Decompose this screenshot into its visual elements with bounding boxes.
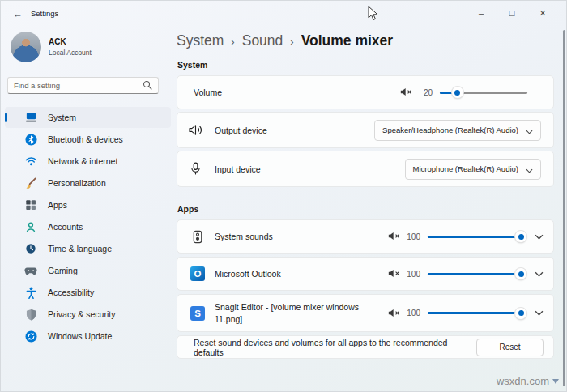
slider-fill [428, 273, 525, 275]
app-row-system-sounds: System sounds 100 [177, 219, 554, 254]
watermark-icon [552, 379, 559, 384]
volume-value: 20 [418, 88, 433, 97]
input-device-label: Input device [215, 164, 261, 174]
reset-row: Reset sound devices and volumes for all … [177, 335, 554, 359]
maximize-button[interactable]: □ [497, 4, 527, 22]
sidebar-item-accessibility[interactable]: Accessibility [5, 282, 171, 303]
time-language-icon [24, 242, 37, 255]
output-device-dropdown[interactable]: Speaker/Headphone (Realtek(R) Audio) [374, 120, 541, 141]
system-icon [24, 111, 37, 124]
section-header-apps: Apps [177, 204, 554, 214]
minimize-button[interactable]: – [466, 4, 497, 22]
sidebar-item-system[interactable]: System [5, 107, 171, 128]
app-row-snagit-editor: S Snagit Editor - [volume mixer windows … [177, 294, 554, 332]
breadcrumb: System › Sound › Volume mixer [177, 32, 554, 49]
speaker-mute-icon[interactable] [400, 85, 412, 100]
sidebar-item-bluetooth-devices[interactable]: Bluetooth & devices [5, 129, 171, 150]
volume-controls: 20 [400, 85, 544, 100]
app-volume-value: 100 [406, 270, 420, 279]
back-button[interactable]: ← [9, 6, 27, 21]
app-volume-controls: 100 [388, 266, 544, 281]
app-name: Snagit Editor - [volume mixer windows 11… [215, 301, 359, 324]
sidebar-item-apps[interactable]: Apps [5, 194, 171, 215]
slider-fill [428, 236, 525, 238]
window-controls: – □ × [466, 4, 558, 22]
sidebar-item-label: Network & internet [48, 156, 117, 166]
slider-thumb[interactable] [515, 231, 526, 242]
sidebar-item-label: Privacy & security [48, 309, 115, 319]
volume-row: Volume 20 [177, 75, 554, 109]
slider-thumb[interactable] [515, 268, 526, 279]
app-volume-slider[interactable] [428, 268, 525, 279]
account-type: Local Account [49, 49, 92, 57]
window-title: Settings [31, 9, 58, 18]
close-button[interactable]: × [527, 4, 558, 22]
breadcrumb-separator-icon: › [224, 36, 241, 48]
reset-button[interactable]: Reset [476, 339, 544, 356]
chevron-down-icon [526, 123, 533, 138]
sidebar-item-label: Accessibility [48, 288, 94, 297]
search-icon [143, 79, 152, 93]
speaker-mute-icon[interactable] [388, 266, 400, 281]
expand-row-button[interactable] [534, 234, 544, 240]
watermark-text: wsxdn.com [497, 375, 549, 387]
app-volume-controls: 100 [388, 306, 544, 321]
sidebar-item-privacy-security[interactable]: Privacy & security [5, 304, 171, 325]
sidebar-item-label: Windows Update [48, 331, 112, 341]
output-device-label: Output device [215, 126, 267, 135]
accessibility-icon [24, 286, 37, 299]
outlook-logo-icon: O [190, 266, 205, 281]
scrollbar[interactable] [563, 30, 565, 386]
sidebar-item-windows-update[interactable]: Windows Update [5, 326, 171, 347]
output-device-value: Speaker/Headphone (Realtek(R) Audio) [382, 126, 518, 134]
slider-thumb[interactable] [515, 308, 526, 319]
sidebar-item-personalization[interactable]: Personalization [5, 173, 171, 194]
sidebar-item-network-internet[interactable]: Network & internet [5, 151, 171, 172]
speaker-mute-icon[interactable] [388, 306, 400, 321]
close-icon: × [539, 6, 546, 19]
sidebar-item-label: Accounts [48, 222, 83, 232]
minimize-icon: – [479, 8, 484, 18]
breadcrumb-system[interactable]: System [177, 32, 224, 49]
sidebar-item-accounts[interactable]: Accounts [5, 216, 171, 237]
slider-fill [428, 312, 525, 314]
search-input[interactable] [14, 81, 143, 90]
speaker-icon [187, 124, 203, 136]
sidebar-item-gaming[interactable]: Gaming [5, 260, 171, 281]
app-name: Microsoft Outlook [215, 268, 281, 279]
expand-row-button[interactable] [534, 271, 544, 277]
app-volume-slider[interactable] [428, 308, 525, 319]
avatar [11, 32, 41, 62]
personalization-icon [24, 177, 37, 190]
output-device-row: Output device Speaker/Headphone (Realtek… [177, 112, 554, 148]
slider-thumb[interactable] [452, 87, 463, 98]
sidebar-item-label: System [48, 113, 76, 122]
app-volume-slider[interactable] [428, 231, 525, 242]
app-name: System sounds [215, 231, 273, 242]
sidebar: ACK Local Account System Bluetooth & dev… [1, 27, 177, 391]
page-title: Volume mixer [301, 32, 393, 49]
input-device-dropdown[interactable]: Microphone (Realtek(R) Audio) [405, 159, 541, 180]
input-device-value: Microphone (Realtek(R) Audio) [413, 164, 518, 173]
privacy-security-icon [24, 308, 37, 321]
search-box[interactable] [7, 77, 159, 94]
volume-slider[interactable] [440, 87, 527, 98]
app-volume-value: 100 [406, 232, 420, 241]
input-device-row: Input device Microphone (Realtek(R) Audi… [177, 151, 554, 187]
windows-update-icon [24, 330, 37, 343]
sidebar-nav: System Bluetooth & devices Network & int… [5, 107, 171, 347]
expand-row-button[interactable] [534, 310, 544, 316]
gaming-icon [24, 264, 37, 277]
microphone-icon [187, 162, 203, 176]
mouse-cursor [368, 6, 378, 24]
sidebar-item-time-language[interactable]: Time & language [5, 238, 171, 259]
account-name: ACK [49, 37, 92, 46]
speaker-mute-icon[interactable] [388, 229, 400, 244]
apps-icon [24, 198, 37, 211]
main-content: System › Sound › Volume mixer System Vol… [177, 27, 554, 391]
sidebar-item-label: Time & language [48, 244, 112, 254]
breadcrumb-sound[interactable]: Sound [242, 32, 284, 49]
account-card[interactable]: ACK Local Account [11, 32, 92, 62]
back-arrow-icon: ← [13, 8, 23, 19]
section-header-system: System [177, 60, 554, 70]
